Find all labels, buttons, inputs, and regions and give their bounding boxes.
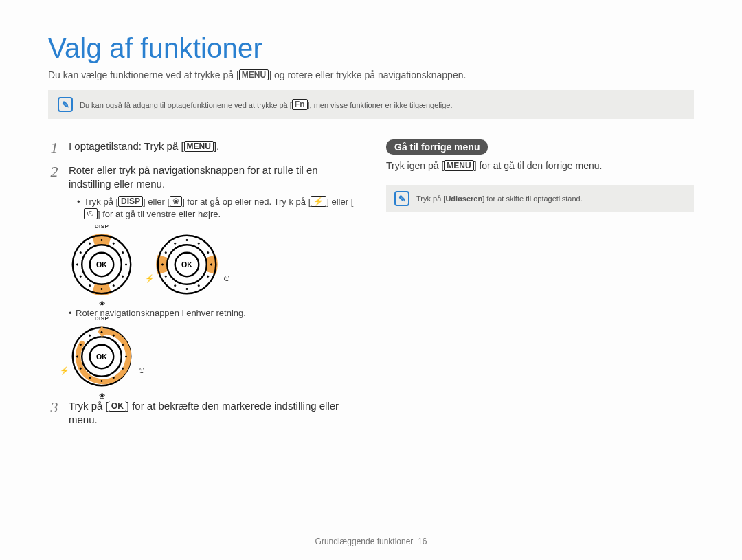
step-2-bullet-2: Roter navigationsknappen i enhver retnin… (69, 307, 356, 320)
shutter-label: Udløseren (445, 194, 482, 203)
svg-point-13 (80, 251, 81, 253)
dials-rotate: DISP OK ⚡ ❀ ⏲ (69, 324, 356, 390)
svg-point-35 (113, 335, 114, 336)
b1-post: ] for at gå til venstre eller højre. (98, 209, 221, 219)
svg-point-9 (101, 288, 102, 289)
right-note: ✎ Tryk på [Udløseren] for at skifte til … (386, 185, 694, 212)
svg-point-4 (113, 243, 114, 244)
subtitle-pre: Du kan vælge funktionerne ved at trykke … (48, 69, 239, 80)
b1-pre: Tryk på [ (84, 197, 118, 207)
svg-point-8 (113, 284, 114, 286)
nav-dial-updown: DISP OK ❀ (69, 232, 135, 298)
footer-page-number: 16 (418, 537, 427, 546)
disp-label: DISP (95, 315, 109, 322)
dials-updown-leftright: DISP OK ❀ (69, 232, 356, 298)
ok-button-label: OK (109, 401, 126, 412)
page-footer: Grundlæggende funktioner 16 (0, 537, 742, 546)
step-3: 3 Tryk på [OK] for at bekræfte den marke… (48, 399, 356, 427)
flash-icon: ⚡ (60, 366, 69, 375)
b1-mid2: ] for at gå op eller ned. Try k på [ (182, 197, 311, 207)
timer-icon: ⏲ (84, 208, 98, 219)
svg-point-20 (207, 251, 209, 253)
svg-point-34 (101, 331, 102, 333)
step-1-pre: I optagetilstand: Tryk på [ (69, 140, 184, 152)
step-2-bullet-1: Tryk på [DISP] eller [❀] for at gå op el… (77, 196, 356, 221)
step-2: 2 Roter eller tryk på navigationsknappen… (48, 164, 356, 223)
ok-label: OK (181, 260, 192, 269)
svg-point-25 (175, 284, 176, 286)
b1-mid1: ] eller [ (143, 197, 170, 207)
nav-dial-rotate: DISP OK ⚡ ❀ ⏲ (69, 324, 135, 390)
section-badge: Gå til forrige menu (386, 139, 488, 155)
svg-point-45 (89, 335, 91, 336)
svg-point-26 (165, 276, 166, 277)
svg-point-29 (175, 243, 176, 244)
svg-point-21 (210, 264, 212, 265)
timer-icon: ⏲ (223, 274, 231, 282)
step-1-num: 1 (48, 140, 60, 155)
step-2-text: Roter eller tryk på navigationsknappen f… (69, 164, 318, 190)
step-3-num: 3 (48, 400, 60, 427)
page-subtitle: Du kan vælge funktionerne ved at trykke … (48, 69, 694, 80)
disp-button-label: DISP (118, 196, 143, 207)
svg-point-19 (198, 243, 199, 244)
ok-label: OK (96, 260, 107, 269)
intro-note-text: Du kan også få adgang til optagefunktion… (80, 99, 452, 110)
right-line-post: ] for at gå til den forrige menu. (474, 160, 603, 171)
svg-point-23 (198, 284, 199, 286)
svg-point-39 (113, 377, 114, 379)
step-1: 1 I optagetilstand: Tryk på [MENU]. (48, 139, 356, 155)
svg-point-10 (89, 284, 91, 286)
macro-icon: ❀ (99, 392, 105, 401)
svg-point-44 (80, 344, 81, 346)
menu-button-label: MENU (239, 69, 269, 80)
flash-icon: ⚡ (145, 274, 155, 283)
svg-point-42 (80, 368, 81, 369)
intro-note: ✎ Du kan også få adgang til optagefunkti… (48, 90, 694, 119)
svg-point-40 (101, 380, 102, 381)
disp-label: DISP (95, 223, 109, 229)
macro-icon: ❀ (170, 196, 182, 207)
step-3-pre: Tryk på [ (69, 400, 109, 412)
svg-point-37 (125, 356, 126, 357)
left-column: 1 I optagetilstand: Tryk på [MENU]. 2 Ro… (48, 139, 356, 436)
step-2-num: 2 (48, 164, 60, 223)
svg-point-38 (122, 368, 124, 369)
svg-point-7 (122, 276, 124, 277)
fn-button-label: Fn (292, 99, 308, 110)
intro-note-post: ], men visse funktioner er ikke tilgænge… (308, 101, 453, 109)
b1-mid3: ] eller [ (326, 197, 353, 207)
svg-point-14 (89, 243, 91, 244)
svg-point-6 (125, 264, 126, 265)
svg-point-18 (186, 239, 188, 240)
svg-point-22 (207, 276, 209, 277)
footer-chapter: Grundlæggende funktioner (315, 537, 414, 546)
right-description: Tryk igen på [MENU] for at gå til den fo… (386, 160, 694, 171)
page-title: Valg af funktioner (48, 33, 694, 64)
right-column: Gå til forrige menu Tryk igen på [MENU] … (386, 139, 694, 436)
note-icon: ✎ (394, 191, 409, 206)
svg-point-41 (89, 377, 91, 379)
right-line-pre: Tryk igen på [ (386, 160, 444, 171)
subtitle-post: ] og rotere eller trykke på navigationsk… (269, 69, 466, 80)
nav-dial-leftright: OK ⚡ ⏲ (154, 232, 220, 298)
svg-point-24 (186, 288, 188, 289)
svg-point-28 (165, 251, 166, 253)
menu-button-label: MENU (184, 141, 214, 152)
timer-icon: ⏲ (138, 366, 146, 374)
note-icon: ✎ (58, 97, 73, 112)
right-note-post: ] for at skifte til optagetilstand. (482, 194, 583, 203)
intro-note-pre: Du kan også få adgang til optagefunktion… (80, 101, 292, 109)
svg-point-27 (161, 264, 163, 265)
flash-icon: ⚡ (311, 196, 326, 207)
right-note-text: Tryk på [Udløseren] for at skifte til op… (416, 194, 583, 203)
ok-label: OK (96, 352, 107, 361)
menu-button-label: MENU (444, 160, 473, 171)
step-1-post: ]. (214, 140, 219, 152)
svg-point-12 (76, 264, 78, 265)
svg-point-3 (101, 239, 102, 240)
svg-point-5 (122, 251, 124, 253)
svg-point-11 (80, 276, 81, 277)
right-note-pre: Tryk på [ (416, 194, 445, 203)
svg-point-36 (122, 344, 124, 346)
